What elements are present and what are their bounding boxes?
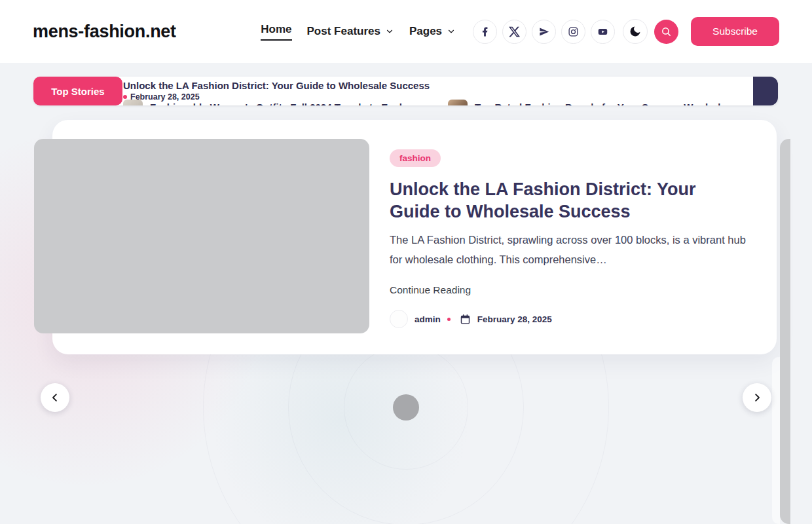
page: mens-fashion.net Home Post Features Page… [0,0,812,524]
ticker-headline-link[interactable]: Unlock the LA Fashion District: Your Gui… [123,77,752,91]
ticker-current-item: Unlock the LA Fashion District: Your Gui… [123,77,752,102]
telegram-icon [538,26,549,37]
carousel-prev-button[interactable] [41,383,69,412]
article-thumbnail [123,100,143,105]
featured-post-image-placeholder[interactable] [34,139,369,333]
telegram-link[interactable] [532,20,556,44]
bullet-icon [447,318,451,321]
nav-item-home[interactable]: Home [261,23,291,41]
ticker-rows: Unlock the LA Fashion District: Your Gui… [123,77,752,102]
featured-post-title[interactable]: Unlock the LA Fashion District: Your Gui… [390,178,748,223]
carousel-indicator-dot[interactable] [393,394,419,421]
author-avatar [390,310,408,328]
post-date: February 28, 2025 [477,314,552,324]
nav-item-label: Pages [409,25,442,38]
article-thumbnail [448,100,468,105]
facebook-link[interactable] [473,20,497,44]
top-stories-label: Top Stories [33,77,122,105]
featured-post-excerpt: The LA Fashion District, sprawling acros… [390,230,748,269]
chevron-down-icon [385,27,394,36]
chevron-right-icon [751,392,763,403]
main-nav: Home Post Features Pages [261,23,456,41]
next-slide-image-peek [780,139,790,524]
facebook-icon [479,26,490,37]
search-icon [661,26,672,37]
chevron-down-icon [447,27,456,36]
post-byline: admin February 28, 2025 [390,310,748,328]
nav-item-label: Post Features [307,25,380,38]
instagram-icon [568,26,579,37]
author-link[interactable]: admin [415,314,441,324]
dark-mode-toggle[interactable] [623,19,648,44]
ticker-next-item[interactable]: Top Rated Fashion Brands for Your Summer… [448,100,729,105]
continue-reading-link[interactable]: Continue Reading [390,284,471,296]
moon-icon [629,25,642,38]
site-header: mens-fashion.net Home Post Features Page… [0,0,812,63]
featured-post-content: fashion Unlock the LA Fashion District: … [390,149,748,328]
youtube-link[interactable] [591,20,615,44]
nav-item-pages[interactable]: Pages [409,25,456,38]
top-stories-ticker: Unlock the LA Fashion District: Your Gui… [33,77,778,105]
x-twitter-icon [509,26,520,37]
x-twitter-link[interactable] [502,20,526,44]
category-badge[interactable]: fashion [390,149,441,167]
calendar-icon [460,314,471,325]
chevron-left-icon [49,392,61,403]
ticker-next-item[interactable]: Fashionable Women's Outfits Fall 2024 Tr… [123,100,417,105]
subscribe-button[interactable]: Subscribe [691,17,779,46]
nav-item-post-features[interactable]: Post Features [307,25,394,38]
carousel-next-button[interactable] [743,383,771,412]
nav-item-label: Home [261,23,291,41]
ticker-nav-button[interactable] [753,77,778,105]
ticker-next-title: Top Rated Fashion Brands for Your Summer… [475,100,729,105]
ticker-next-title: Fashionable Women's Outfits Fall 2024 Tr… [150,100,417,105]
ticker-next-row: Fashionable Women's Outfits Fall 2024 Tr… [123,100,778,105]
social-links [473,20,615,44]
next-slide-card-peek [772,357,780,524]
site-logo-title[interactable]: mens-fashion.net [33,22,176,42]
bullet-icon [123,95,127,99]
youtube-icon [597,26,608,37]
ticker-viewport: Unlock the LA Fashion District: Your Gui… [33,77,778,105]
instagram-link[interactable] [561,20,585,44]
search-button[interactable] [654,20,678,44]
